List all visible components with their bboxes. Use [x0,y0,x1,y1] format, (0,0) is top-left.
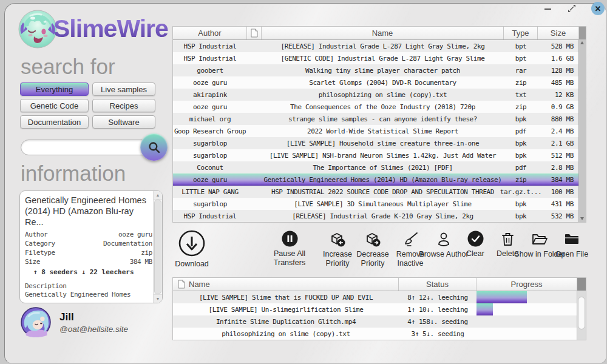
result-author: sugarblop [173,137,247,149]
column-header-type[interactable]: Type [504,27,538,39]
result-name: The Consequences of the Ooze Industry (2… [262,101,504,113]
filter-software[interactable]: Software [92,115,155,129]
filter-everything[interactable]: Everything [20,83,89,96]
result-size: 12 KB [538,89,579,101]
info-field-value: 384 MB [130,258,152,267]
result-type: tar.gz.t... [504,186,538,198]
table-row[interactable]: sugarblop [LIVE SAMPLE] Household slime … [173,137,579,149]
window-controls: ✕ [544,2,605,15]
result-file-cell [247,161,262,174]
column-header-status[interactable]: Status [399,278,476,291]
filter-genetic-code[interactable]: Genetic Code [20,99,89,112]
close-button[interactable]: ✕ [591,2,605,15]
pause-all-label: Pause All Transfers [264,249,315,268]
maximize-icon [567,4,577,13]
table-row[interactable]: LITTLE NAP GANG HSP INDUSTRIAL 2022 SOUR… [173,186,579,198]
check-circle-icon [467,231,484,247]
table-row[interactable]: sugarblop [LIVE SAMPLE] 3D Simultaneous … [173,198,579,210]
info-description-label: Description [25,282,152,291]
result-author: ooze guru [173,174,247,186]
result-type: bpk [504,137,538,149]
open-file-label: Open File [555,250,588,259]
result-name: [LIVE SAMPLE] Household slime creature t… [262,137,504,149]
result-type: zip [504,76,538,89]
info-field-label: Filetype [25,249,55,258]
search-icon [146,140,162,155]
table-row[interactable]: Goop Research Group 2022 World-Wide Stat… [173,125,579,137]
transfer-row[interactable]: Infinite Slime Duplication Glitch.mp4 4↑… [173,315,577,328]
info-field-label: Size [25,258,40,267]
filter-live-samples[interactable]: Live samples [92,83,155,96]
transfers-scroll-corner [577,278,586,291]
result-name: The Importance of Slimes (2021) [PDF] [262,161,504,174]
results-body: HSP Industrial [RELEASE] Industrial Grad… [173,40,586,222]
user-avatar [21,307,51,337]
transfer-row[interactable]: philosophizing on slime (copy).txt 3↑ 5↓… [173,328,577,340]
info-field-value: ooze guru [118,231,152,240]
column-header-author[interactable]: Author [173,27,247,39]
table-row[interactable]: michael org strange slime samples - can … [173,113,579,125]
scrollbar-thumb[interactable] [154,200,161,294]
transfers-scrollbar[interactable] [577,291,586,340]
info-scrollbar[interactable]: ▲ ▼ [153,191,162,303]
search-button[interactable] [140,133,168,161]
table-row[interactable]: goobert Walking tiny slime player charac… [173,64,579,76]
result-file-cell [247,52,262,64]
transfer-status: 3↑ 5↓. seeding [399,328,476,340]
table-row[interactable]: akirapink philosophizing on slime (copy)… [173,89,579,101]
result-file-cell [247,40,262,52]
transfer-toolbar: Download Pause All Transfers Increase Pr… [172,228,586,275]
filter-documentation[interactable]: Documentation [20,115,89,129]
pause-all-button[interactable]: Pause All Transfers [264,231,315,268]
open-file-button[interactable]: Open File [546,231,597,259]
download-button[interactable]: Download [172,229,211,269]
maximize-button[interactable] [567,4,577,13]
column-header-name[interactable]: Name [173,278,399,291]
result-author: akirapink [173,89,247,101]
minimize-button[interactable] [544,3,552,14]
result-name: [LIVE SAMPLE] NSH-brand Neuron Slimes 1.… [262,149,504,161]
table-row[interactable]: HSP Industrial [GENETIC CODE] Industrial… [173,52,579,64]
result-author: sugarblop [173,198,247,210]
user-names: Jill @oat@hellsite.site [59,311,128,334]
scrollbar-thumb[interactable] [578,297,585,329]
scroll-up-icon[interactable] [580,41,584,44]
search-input[interactable] [21,140,154,155]
column-header-file-icon[interactable] [247,27,262,39]
result-type: bpt [504,40,538,52]
table-row[interactable]: HSP Industrial [RELEASE] Industrial Grad… [173,40,579,52]
result-type: zip [504,101,538,113]
result-name: Genetically Engineered Homes (2014) HD (… [262,174,504,186]
table-row[interactable]: ooze guru Genetically Engineered Homes (… [173,174,579,186]
result-file-cell [247,174,262,186]
scroll-down-icon[interactable] [580,217,584,220]
transfer-progress [476,315,577,328]
result-size: 512 MB [538,149,579,161]
table-row[interactable]: sugarblop [LIVE SAMPLE] NSH-brand Neuron… [173,149,579,161]
screen: ✕ SlimeWire search for Everyth [0,0,607,364]
transfer-row[interactable]: [LIVE SAMPLE] Un-slimegirlification Slim… [173,303,577,315]
scroll-down-icon[interactable]: ▼ [154,294,162,303]
table-row[interactable]: HSP Industrial [RELEASE] Industrial Grad… [173,210,579,222]
info-peers: ↑ 8 seeders ↓ 22 leechers [25,268,152,276]
column-header-name[interactable]: Name [262,27,504,39]
result-author: goobert [173,64,247,76]
table-row[interactable]: Coconut The Importance of Slimes (2021) … [173,161,579,174]
info-title: Genetically Engineered Homes (2014) HD (… [25,195,152,228]
transfer-name: Infinite Slime Duplication Glitch.mp4 [173,315,399,328]
column-header-size[interactable]: Size [538,27,579,39]
result-size: 485 MB [538,76,579,89]
info-field-row: Author ooze guru [25,231,152,240]
table-row[interactable]: ooze guru Scarlet Glomps (2004) DVD-R Do… [173,76,579,89]
progress-bar [476,291,527,303]
result-file-cell [247,149,262,161]
result-author: HSP Industrial [173,210,247,222]
table-row[interactable]: ooze guru The Consequences of the Ooze I… [173,101,579,113]
scroll-up-icon[interactable]: ▲ [154,191,162,200]
result-file-cell [247,76,262,89]
filter-recipes[interactable]: Recipes [92,99,155,112]
transfer-progress [476,328,577,340]
transfer-row[interactable]: [LIVE SAMPLE] Slime that is FUCKED UP AN… [173,291,577,303]
results-scrollbar[interactable] [578,39,586,222]
column-header-progress[interactable]: Progress [476,278,577,291]
